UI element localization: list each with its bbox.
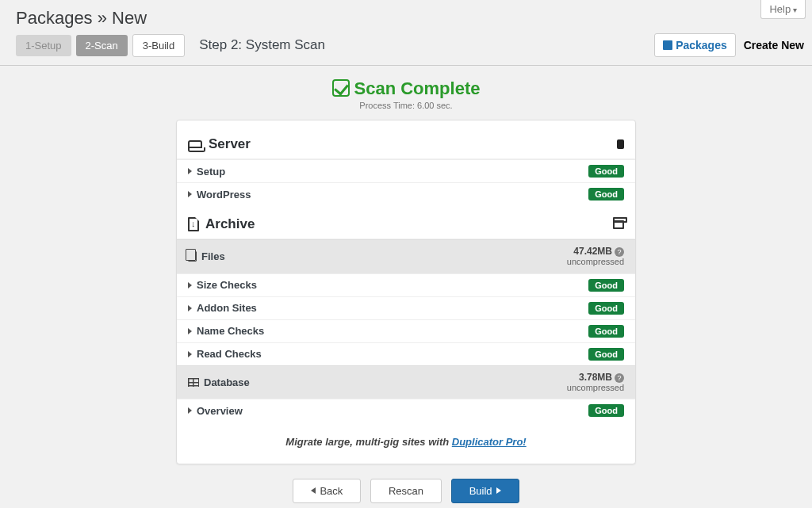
promo-text: Migrate large, multi-gig sites with Dupl…	[177, 422, 635, 456]
database-subheader: Database 3.78MB?uncompressed	[177, 365, 635, 399]
back-button[interactable]: Back	[293, 479, 361, 503]
database-icon	[188, 378, 199, 387]
archive-icon	[188, 217, 199, 231]
back-arrow-icon	[311, 487, 316, 494]
check-icon	[332, 79, 350, 97]
lock-icon	[617, 139, 624, 149]
rescan-button[interactable]: Rescan	[370, 479, 442, 503]
status-badge: Good	[588, 165, 624, 178]
step-1-setup[interactable]: 1-Setup	[16, 35, 71, 56]
row-name-checks[interactable]: Name ChecksGood	[177, 319, 635, 342]
row-setup[interactable]: Setup Good	[177, 159, 635, 182]
status-badge: Good	[588, 348, 624, 361]
page-title: Packages » New	[16, 8, 796, 29]
caret-icon	[188, 351, 192, 357]
caret-icon	[188, 191, 192, 197]
step-toolbar: 1-Setup 2-Scan 3-Build Step 2: System Sc…	[0, 33, 812, 66]
status-badge: Good	[588, 302, 624, 315]
row-read-checks[interactable]: Read ChecksGood	[177, 342, 635, 365]
row-overview[interactable]: OverviewGood	[177, 399, 635, 422]
status-badge: Good	[588, 404, 624, 417]
packages-link[interactable]: Packages	[654, 33, 736, 57]
info-icon[interactable]: ?	[615, 373, 624, 383]
duplicator-pro-link[interactable]: Duplicator Pro!	[452, 436, 527, 448]
packages-icon	[663, 40, 672, 50]
play-icon	[496, 487, 501, 494]
server-icon	[188, 140, 202, 148]
step-2-scan[interactable]: 2-Scan	[76, 35, 128, 56]
info-icon[interactable]: ?	[615, 247, 624, 257]
status-badge: Good	[588, 188, 624, 201]
help-button[interactable]: Help	[760, 0, 806, 19]
box-icon	[613, 220, 624, 229]
caret-icon	[188, 328, 192, 334]
scan-results-card: Server Setup Good WordPress Good Archive…	[176, 120, 636, 464]
step-3-build[interactable]: 3-Build	[132, 34, 185, 57]
status-badge: Good	[588, 279, 624, 292]
packages-link-label: Packages	[676, 39, 727, 52]
caret-icon	[188, 407, 192, 414]
archive-section-title: Archive	[205, 216, 255, 232]
row-wordpress[interactable]: WordPress Good	[177, 182, 635, 205]
status-badge: Good	[588, 325, 624, 338]
caret-icon	[188, 282, 192, 288]
create-new-link[interactable]: Create New	[744, 39, 804, 52]
step-title: Step 2: System Scan	[199, 37, 325, 53]
row-addon-sites[interactable]: Addon SitesGood	[177, 296, 635, 319]
files-icon	[188, 251, 197, 262]
build-button[interactable]: Build	[451, 479, 519, 503]
server-section-title: Server	[209, 136, 251, 152]
files-subheader: Files 47.42MB?uncompressed	[177, 239, 635, 273]
caret-icon	[188, 305, 192, 311]
process-time: Process Time: 6.00 sec.	[0, 101, 812, 110]
caret-icon	[188, 168, 192, 174]
row-size-checks[interactable]: Size ChecksGood	[177, 273, 635, 296]
scan-complete-heading: Scan Complete	[0, 78, 812, 99]
